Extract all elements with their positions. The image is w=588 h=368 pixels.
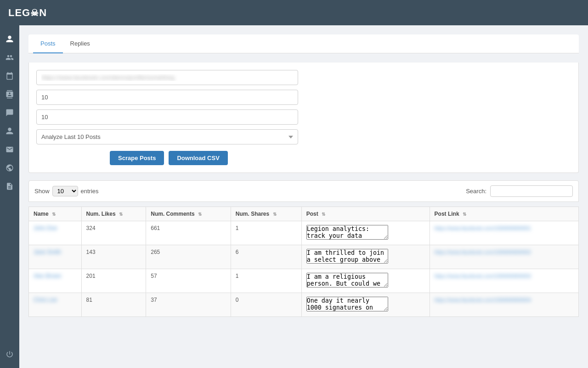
cell-name: John Doe	[29, 221, 82, 245]
cell-link: https://www.facebook.com/1000000000003	[430, 269, 578, 293]
cell-post: I am a religious person. But could we us…	[301, 269, 430, 293]
cell-name: Jane Smith	[29, 245, 82, 269]
sidebar-item-calendar[interactable]	[0, 67, 19, 85]
sidebar-item-people[interactable]	[0, 122, 19, 140]
tab-posts[interactable]: Posts	[33, 34, 63, 53]
entries-select[interactable]: 10 25 50 100	[52, 186, 78, 196]
cell-shares: 0	[231, 293, 301, 317]
sidebar-bottom	[0, 345, 19, 368]
download-csv-button[interactable]: Download CSV	[169, 151, 227, 165]
cell-likes: 143	[81, 245, 146, 269]
sort-icon-name: ⇅	[52, 212, 56, 217]
cell-comments: 37	[146, 293, 231, 317]
scrape-posts-button[interactable]: Scrape Posts	[110, 151, 164, 165]
sort-icon-comments: ⇅	[198, 212, 202, 217]
analyze-select[interactable]: Analyze Last 10 Posts Analyze Last 20 Po…	[36, 129, 298, 144]
cell-likes: 81	[81, 293, 146, 317]
table-row: Alex Brown 201 57 1 I am a religious per…	[29, 269, 579, 293]
col-postlink[interactable]: Post Link ⇅	[430, 207, 578, 221]
sidebar-item-user[interactable]	[0, 30, 19, 48]
cell-name: Chris Lee	[29, 293, 82, 317]
cell-link: https://www.facebook.com/1000000000002	[430, 245, 578, 269]
sidebar-item-group[interactable]	[0, 48, 19, 67]
table-row: John Doe 324 661 1 Legion analytics: tra…	[29, 221, 579, 245]
sidebar-item-document[interactable]	[0, 177, 19, 196]
form-area: Analyze Last 10 Posts Analyze Last 20 Po…	[28, 63, 579, 173]
cell-link: https://www.facebook.com/1000000000004	[430, 293, 578, 317]
cell-shares: 6	[231, 245, 301, 269]
table-row: Chris Lee 81 37 0 One day it nearly 1000…	[29, 293, 579, 317]
cell-post: I am thrilled to join a select group abo…	[301, 245, 430, 269]
main-content: Posts Replies Analyze Last 10 Posts Anal…	[19, 25, 588, 368]
action-buttons: Scrape Posts Download CSV	[36, 151, 571, 165]
sidebar-item-mail[interactable]	[0, 140, 19, 159]
table-controls: Show 10 25 50 100 entries Search:	[28, 180, 579, 202]
sidebar-item-contacts[interactable]	[0, 85, 19, 104]
layout: Posts Replies Analyze Last 10 Posts Anal…	[0, 25, 588, 368]
sort-icon-postlink: ⇅	[463, 212, 466, 217]
sort-icon-post: ⇅	[322, 212, 325, 217]
sort-icon-likes: ⇅	[119, 212, 123, 217]
col-likes[interactable]: Num. Likes ⇅	[81, 207, 146, 221]
search-box: Search:	[466, 185, 573, 197]
cell-comments: 265	[146, 245, 231, 269]
logo-skull: ☠	[30, 7, 39, 18]
cell-shares: 1	[231, 269, 301, 293]
entries-label: entries	[81, 188, 99, 195]
sidebar-item-messages[interactable]	[0, 104, 19, 122]
tab-replies[interactable]: Replies	[63, 34, 97, 53]
app-logo: LEG☠N	[8, 7, 47, 19]
table-row: Jane Smith 143 265 6 I am thrilled to jo…	[29, 245, 579, 269]
show-label: Show	[34, 188, 50, 195]
posts-count-input[interactable]	[36, 90, 298, 105]
sidebar-item-power[interactable]	[0, 345, 19, 363]
col-shares[interactable]: Num. Shares ⇅	[231, 207, 301, 221]
cell-comments: 57	[146, 269, 231, 293]
cell-shares: 1	[231, 221, 301, 245]
cell-comments: 661	[146, 221, 231, 245]
col-name[interactable]: Name ⇅	[29, 207, 82, 221]
show-entries-control: Show 10 25 50 100 entries	[34, 186, 99, 196]
cell-post: Legion analytics: track your data effect…	[301, 221, 430, 245]
sidebar-item-globe[interactable]	[0, 159, 19, 177]
cell-name: Alex Brown	[29, 269, 82, 293]
cell-likes: 201	[81, 269, 146, 293]
sidebar	[0, 25, 19, 368]
search-input[interactable]	[490, 185, 573, 197]
cell-post: One day it nearly 1000 signatures on our…	[301, 293, 430, 317]
col-comments[interactable]: Num. Comments ⇅	[146, 207, 231, 221]
url-input[interactable]	[36, 70, 298, 85]
table-header-row: Name ⇅ Num. Likes ⇅ Num. Comments ⇅ Num.…	[29, 207, 579, 221]
cell-likes: 324	[81, 221, 146, 245]
col-post[interactable]: Post ⇅	[301, 207, 430, 221]
topbar: LEG☠N	[0, 0, 588, 25]
search-label: Search:	[466, 188, 486, 195]
limit-input[interactable]	[36, 109, 298, 125]
tabs-bar: Posts Replies	[28, 34, 579, 53]
cell-link: https://www.facebook.com/1000000000001	[430, 221, 578, 245]
sort-icon-shares: ⇅	[273, 212, 277, 217]
data-table: Name ⇅ Num. Likes ⇅ Num. Comments ⇅ Num.…	[28, 207, 579, 317]
